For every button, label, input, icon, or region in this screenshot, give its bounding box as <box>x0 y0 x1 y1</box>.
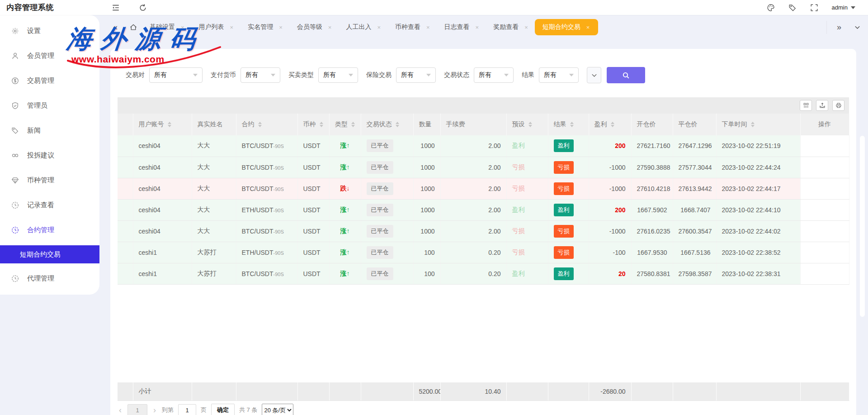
sidebar-item-币种管理[interactable]: 币种管理 <box>0 168 99 193</box>
table-row[interactable]: ceshi04大大ETH/USDT-90SUSDT涨↑已平仓10002.00盈利… <box>118 199 849 220</box>
tab-人工出入[interactable]: 人工出入× <box>338 19 387 35</box>
print-icon[interactable] <box>832 100 844 111</box>
col-order_time[interactable]: 下单时间 <box>716 114 800 135</box>
filter-select-交易对[interactable]: 所有 <box>149 67 203 83</box>
sidebar-item-新闻[interactable]: 新闻 <box>0 118 99 143</box>
tabs-scroll-right-icon[interactable]: » <box>837 23 841 32</box>
sidebar-item-设置[interactable]: 设置 <box>0 19 99 43</box>
next-page-button[interactable]: › <box>152 405 157 415</box>
tab-短期合约交易[interactable]: 短期合约交易× <box>535 19 599 35</box>
sidebar-item-投拆建议[interactable]: 投拆建议 <box>0 143 99 168</box>
col-currency[interactable]: 币种 <box>297 114 329 135</box>
col-contract[interactable]: 合约 <box>236 114 297 135</box>
columns-filter-icon[interactable] <box>800 100 812 111</box>
table-row[interactable]: ceshi04大大BTC/USDT-90SUSDT涨↑已平仓10002.00盈利… <box>118 135 849 157</box>
close-tab-icon[interactable]: × <box>426 24 430 31</box>
page-number-input[interactable] <box>178 404 196 415</box>
col-account[interactable]: 用户账号 <box>133 114 192 135</box>
scrollbar-thumb[interactable] <box>860 136 865 317</box>
col-result[interactable]: 结果 <box>548 114 589 135</box>
admin-menu[interactable]: admin <box>832 4 855 11</box>
sort-icon[interactable] <box>258 122 262 127</box>
sidebar-item-代理管理[interactable]: 代理管理 <box>0 266 99 291</box>
confirm-page-button[interactable]: 确定 <box>211 404 235 415</box>
close-tab-icon[interactable]: × <box>476 24 479 31</box>
tab-基础设置[interactable]: 基础设置× <box>142 19 191 35</box>
tab-label: 人工出入 <box>346 23 371 31</box>
per-page-select[interactable]: 20 条/页 <box>262 404 293 415</box>
result-badge: 盈利 <box>554 139 574 152</box>
sort-icon[interactable] <box>751 122 755 127</box>
filter-select-保险交易[interactable]: 所有 <box>396 67 436 83</box>
sort-icon[interactable] <box>396 122 399 127</box>
sidebar-item-管理员[interactable]: 管理员 <box>0 93 99 118</box>
summary-table: 小计5200.0010.40-2680.00 <box>118 382 849 401</box>
cell-open_price: 1667.9530 <box>631 242 673 263</box>
tabs-menu-icon[interactable] <box>854 24 861 31</box>
close-tab-icon[interactable]: × <box>279 24 283 31</box>
tag-icon[interactable] <box>788 4 797 12</box>
sidebar-item-会员管理[interactable]: 会员管理 <box>0 43 99 68</box>
fullscreen-icon[interactable] <box>810 4 818 12</box>
close-tab-icon[interactable]: × <box>230 24 234 31</box>
search-button[interactable] <box>607 67 645 83</box>
filter-select-交易状态[interactable]: 所有 <box>474 67 514 83</box>
column-label: 真实姓名 <box>198 120 223 129</box>
filter-expand-toggle[interactable] <box>587 67 601 83</box>
cell-profit: -1000 <box>589 157 631 178</box>
collapse-sidebar-icon[interactable] <box>112 4 120 12</box>
cell-type: 涨↑ <box>329 199 361 220</box>
close-tab-icon[interactable]: × <box>524 24 528 31</box>
col-trade_status[interactable]: 交易状态 <box>361 114 413 135</box>
sidebar-item-记录查看[interactable]: 记录查看 <box>0 193 99 218</box>
cell-action <box>800 135 849 157</box>
table-row[interactable]: ceshi1大苏打ETH/USDT-90SUSDT涨↑已平仓1000.20亏损亏… <box>118 242 849 263</box>
filter-select-买卖类型[interactable]: 所有 <box>318 67 358 83</box>
cell-trade_status: 已平仓 <box>361 220 413 242</box>
sort-icon[interactable] <box>351 122 355 127</box>
sort-icon[interactable] <box>570 122 574 127</box>
close-tab-icon[interactable]: × <box>181 24 184 31</box>
close-tab-icon[interactable]: × <box>328 24 332 31</box>
sort-icon[interactable] <box>320 122 323 127</box>
col-preset[interactable]: 预设 <box>506 114 548 135</box>
clock-icon <box>11 201 19 209</box>
table-row[interactable]: ceshi04大大BTC/USDT-90SUSDT跌↓已平仓10002.00亏损… <box>118 178 849 199</box>
sort-icon[interactable] <box>168 122 171 127</box>
status-badge: 已平仓 <box>367 246 393 259</box>
table-row[interactable]: ceshi04大大BTC/USDT-90SUSDT涨↑已平仓10002.00亏损… <box>118 220 849 242</box>
contract-period: -90S <box>274 208 284 213</box>
admin-username: admin <box>832 4 848 11</box>
close-tab-icon[interactable]: × <box>377 24 381 31</box>
refresh-icon[interactable] <box>139 4 147 12</box>
close-tab-icon[interactable]: × <box>586 24 590 31</box>
cell-expand <box>118 242 133 263</box>
tab-实名管理[interactable]: 实名管理× <box>240 19 289 35</box>
theme-palette-icon[interactable] <box>767 4 775 12</box>
sidebar-item-交易管理[interactable]: 交易管理 <box>0 68 99 93</box>
sort-icon[interactable] <box>611 122 614 127</box>
tab-日志查看[interactable]: 日志查看× <box>437 19 486 35</box>
result-badge: 亏损 <box>554 246 574 259</box>
prev-page-button[interactable]: ‹ <box>118 405 123 415</box>
tab-奖励查看[interactable]: 奖励查看× <box>486 19 535 35</box>
col-type[interactable]: 类型 <box>329 114 361 135</box>
table-row[interactable]: ceshi1大苏打BTC/USDT-90SUSDT涨↑已平仓1000.20盈利盈… <box>118 263 849 284</box>
tabs-scroll-left-icon[interactable]: « <box>110 23 123 32</box>
tab-会员等级[interactable]: 会员等级× <box>289 19 339 35</box>
sort-icon[interactable] <box>528 122 532 127</box>
tab-用户列表[interactable]: 用户列表× <box>191 19 241 35</box>
cell-contract: ETH/USDT-90S <box>236 242 297 263</box>
table-body: ceshi04大大BTC/USDT-90SUSDT涨↑已平仓10002.00盈利… <box>118 135 849 284</box>
filter-select-支付货币[interactable]: 所有 <box>241 67 280 83</box>
col-profit[interactable]: 盈利 <box>589 114 631 135</box>
contract-pair: BTC/USDT <box>242 228 274 235</box>
sidebar-item-合约管理[interactable]: 合约管理 <box>0 218 99 243</box>
table-row[interactable]: ceshi04大大BTC/USDT-90SUSDT涨↑已平仓10002.00亏损… <box>118 157 849 178</box>
home-tab-icon[interactable] <box>129 23 137 31</box>
filter-select-结果[interactable]: 所有 <box>539 67 579 83</box>
sidebar-subitem-短期合约交易[interactable]: 短期合约交易 <box>0 245 99 263</box>
tab-币种查看[interactable]: 币种查看× <box>387 19 437 35</box>
current-page-button[interactable]: 1 <box>127 404 147 415</box>
export-icon[interactable] <box>816 100 828 111</box>
